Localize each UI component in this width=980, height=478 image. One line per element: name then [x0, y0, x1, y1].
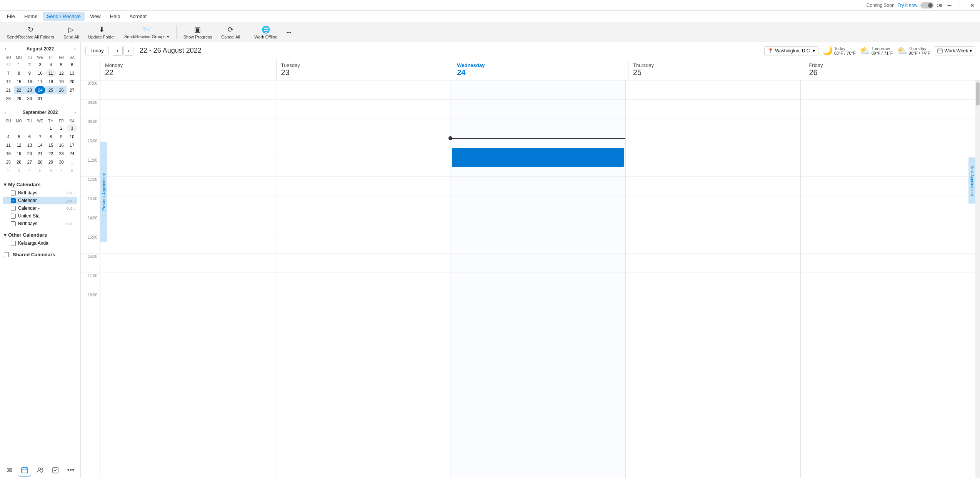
aug-day-cell[interactable]: 3 — [35, 60, 46, 69]
sep-day-cell[interactable]: 11 — [3, 141, 14, 149]
view-selector[interactable]: Work Week ▾ — [934, 46, 975, 55]
aug-day-cell[interactable]: 5 — [56, 60, 67, 69]
menu-home[interactable]: Home — [20, 12, 42, 21]
aug-day-cell[interactable]: 24 — [35, 86, 46, 94]
aug-day-cell[interactable]: 31 — [35, 94, 46, 103]
sep-day-cell[interactable]: 14 — [35, 141, 46, 149]
menu-file[interactable]: File — [3, 12, 19, 21]
send-all-button[interactable]: ▷ Send All — [60, 24, 83, 41]
day-slot[interactable] — [450, 177, 625, 196]
day-slot[interactable] — [100, 196, 275, 215]
cal-item-birthdays[interactable]: Birthdays jaia... — [3, 189, 77, 197]
nav-more[interactable]: ••• — [65, 464, 77, 476]
try-it-now-label[interactable]: Try it now — [898, 3, 918, 8]
day-slot[interactable] — [450, 119, 625, 138]
day-slot[interactable] — [100, 273, 275, 292]
today-button[interactable]: Today — [85, 46, 109, 55]
aug-day-cell[interactable]: 15 — [14, 77, 25, 86]
aug-day-cell[interactable] — [67, 94, 77, 103]
sep-day-cell[interactable]: 4 — [3, 132, 14, 141]
day-slot[interactable] — [100, 138, 275, 157]
send-receive-all-button[interactable]: ↻ Send/Receive All Folders — [3, 24, 58, 41]
aug-day-cell[interactable]: 7 — [3, 69, 14, 77]
aug-day-cell[interactable]: 19 — [56, 77, 67, 86]
sep-day-cell[interactable]: 5 — [14, 132, 25, 141]
aug-day-cell[interactable]: 10 — [35, 69, 46, 77]
aug-day-cell[interactable]: 2 — [24, 60, 35, 69]
day-slot[interactable] — [801, 100, 975, 119]
day-slot[interactable] — [626, 292, 800, 311]
aug-day-cell[interactable]: 25 — [45, 86, 56, 94]
my-calendars-header[interactable]: ▾ My Calendars — [3, 180, 77, 189]
day-slot[interactable] — [100, 215, 275, 234]
window-minimize[interactable]: ─ — [945, 2, 954, 9]
sep-day-cell[interactable]: 6 — [24, 132, 35, 141]
sep-day-cell[interactable] — [24, 124, 35, 132]
sep-day-cell[interactable]: 20 — [24, 149, 35, 158]
sep-day-cell[interactable]: 29 — [45, 158, 56, 166]
day-slot[interactable] — [100, 177, 275, 196]
day-slot[interactable] — [626, 80, 800, 100]
sep-day-cell[interactable] — [3, 124, 14, 132]
day-slot[interactable] — [801, 215, 975, 234]
day-slot[interactable] — [801, 196, 975, 215]
day-slot[interactable] — [626, 215, 800, 234]
aug-day-cell[interactable]: 23 — [24, 86, 35, 94]
aug-day-cell[interactable]: 13 — [67, 69, 77, 77]
show-progress-button[interactable]: ▣ Show Progress — [180, 24, 216, 41]
day-slot[interactable] — [275, 234, 450, 254]
aug-day-cell[interactable]: 6 — [67, 60, 77, 69]
sep-day-cell[interactable]: 1 — [45, 124, 56, 132]
menu-send-receive[interactable]: Send / Receive — [43, 12, 85, 21]
nav-tasks[interactable] — [49, 464, 62, 476]
day-slot[interactable] — [626, 196, 800, 215]
aug-day-cell[interactable] — [56, 94, 67, 103]
day-slot[interactable] — [626, 254, 800, 273]
day-slot[interactable] — [275, 215, 450, 234]
day-slot[interactable] — [100, 292, 275, 311]
sep-day-cell[interactable]: 8 — [67, 166, 77, 175]
aug-day-cell[interactable]: 4 — [45, 60, 56, 69]
sep-day-cell[interactable]: 5 — [35, 166, 46, 175]
day-slot[interactable] — [275, 138, 450, 157]
aug-day-cell[interactable]: 21 — [3, 86, 14, 94]
birthdays2-checkbox[interactable] — [11, 221, 16, 226]
cal-item-calendar[interactable]: Calendar jaia... — [3, 197, 77, 204]
sep-day-cell[interactable] — [35, 124, 46, 132]
day-slot[interactable] — [275, 80, 450, 100]
day-slot[interactable] — [100, 254, 275, 273]
aug-day-cell[interactable]: 29 — [14, 94, 25, 103]
sep-day-cell[interactable]: 17 — [67, 141, 77, 149]
keluarga-checkbox[interactable] — [11, 241, 16, 246]
sep-day-cell[interactable]: 25 — [3, 158, 14, 166]
day-slot[interactable] — [275, 292, 450, 311]
day-slot[interactable] — [450, 273, 625, 292]
sep-day-cell[interactable]: 24 — [67, 149, 77, 158]
sep-day-cell[interactable]: 4 — [24, 166, 35, 175]
day-slot[interactable] — [275, 196, 450, 215]
day-slot[interactable] — [626, 177, 800, 196]
day-slot[interactable] — [801, 80, 975, 100]
work-offline-button[interactable]: 🌐 Work Offline — [250, 24, 281, 41]
more-options-button[interactable]: ••• — [283, 28, 295, 36]
day-slot[interactable] — [801, 234, 975, 254]
shared-calendars-header[interactable]: Shared Calendars — [3, 250, 77, 259]
day-slot[interactable] — [626, 273, 800, 292]
window-close[interactable]: ✕ — [968, 2, 977, 9]
sep-day-cell[interactable]: 8 — [45, 132, 56, 141]
aug-day-cell[interactable]: 8 — [14, 69, 25, 77]
location-button[interactable]: 📍 Washington, D.C. ▾ — [764, 46, 818, 55]
day-slot[interactable] — [100, 100, 275, 119]
aug-next-btn[interactable]: › — [73, 45, 77, 52]
day-col-wednesday[interactable] — [450, 80, 625, 478]
day-slot[interactable] — [450, 254, 625, 273]
day-slot[interactable] — [100, 157, 275, 177]
day-slot[interactable] — [626, 100, 800, 119]
united-states-checkbox[interactable] — [11, 214, 16, 219]
aug-day-cell[interactable] — [45, 94, 56, 103]
sep-day-cell[interactable]: 23 — [56, 149, 67, 158]
sep-day-cell[interactable]: 7 — [35, 132, 46, 141]
nav-calendar[interactable] — [18, 464, 31, 476]
day-slot[interactable] — [450, 215, 625, 234]
toggle-switch[interactable] — [920, 2, 933, 8]
